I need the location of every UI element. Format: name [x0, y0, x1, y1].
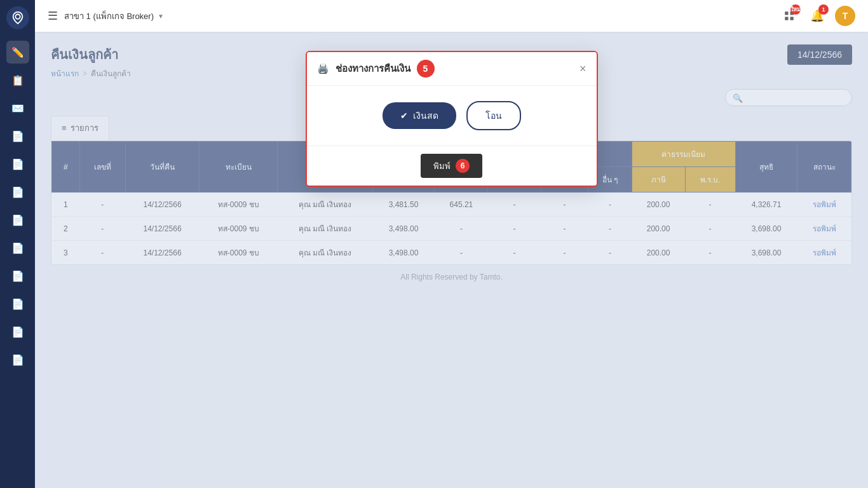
modal-overlay: 🖨️ ช่องทางการคืนเงิน 5 × ✔ เงินสด โอน: [35, 32, 868, 488]
modal-close-button[interactable]: ×: [580, 62, 587, 76]
page-area: คืนเงินลูกค้า หน้าแรก > คืนเงินลูกค้า 14…: [35, 32, 868, 488]
app-logo: [6, 6, 29, 29]
sidebar-icon-doc4[interactable]: 📄: [6, 180, 29, 203]
modal-footer: พิมพ์ 6: [307, 146, 597, 186]
print-step-badge: 6: [456, 159, 470, 173]
sidebar: ✏️ 📋 ✉️ 📄 📄 📄 📄 📄 📄 📄 📄 📄: [0, 0, 35, 488]
sidebar-icon-doc6[interactable]: 📄: [6, 236, 29, 259]
modal-step-badge: 5: [417, 60, 435, 78]
topbar: ☰ สาขา 1 (แพ็กเกจ Broker) ▼ ใหม่ 🔔 1 T: [35, 0, 868, 32]
cash-button-label: เงินสด: [413, 109, 438, 123]
svg-rect-1: [785, 11, 788, 15]
topbar-right: ใหม่ 🔔 1 T: [779, 6, 855, 26]
printer-icon: 🖨️: [317, 63, 329, 74]
menu-icon[interactable]: ☰: [48, 9, 58, 23]
svg-rect-3: [785, 17, 788, 20]
svg-point-0: [15, 15, 20, 19]
branch-name: สาขา 1 (แพ็กเกจ Broker): [64, 10, 154, 23]
sidebar-icon-edit[interactable]: ✏️: [6, 41, 29, 64]
print-button-label: พิมพ์: [433, 159, 451, 173]
new-badge: ใหม่: [790, 4, 801, 15]
modal-title: ช่องทางการคืนเงิน: [336, 61, 410, 76]
main-content: ☰ สาขา 1 (แพ็กเกจ Broker) ▼ ใหม่ 🔔 1 T: [35, 0, 868, 488]
online-button-label: โอน: [485, 111, 502, 121]
grid-icon-button[interactable]: ใหม่: [779, 6, 799, 26]
check-icon: ✔: [400, 111, 408, 121]
sidebar-icon-doc3[interactable]: 📄: [6, 152, 29, 175]
modal-body: ✔ เงินสด โอน: [307, 86, 597, 146]
sidebar-icon-doc9[interactable]: 📄: [6, 320, 29, 343]
sidebar-icon-doc10[interactable]: 📄: [6, 348, 29, 371]
modal-header: 🖨️ ช่องทางการคืนเงิน 5 ×: [307, 52, 597, 86]
sidebar-icon-doc8[interactable]: 📄: [6, 292, 29, 315]
chevron-down-icon: ▼: [158, 13, 164, 20]
user-avatar[interactable]: T: [835, 6, 855, 26]
notification-button[interactable]: 🔔 1: [807, 6, 827, 26]
payment-channel-modal: 🖨️ ช่องทางการคืนเงิน 5 × ✔ เงินสด โอน: [306, 51, 598, 187]
branch-selector[interactable]: สาขา 1 (แพ็กเกจ Broker) ▼: [64, 10, 164, 23]
sidebar-icon-doc5[interactable]: 📄: [6, 208, 29, 231]
svg-rect-4: [790, 17, 794, 20]
print-button[interactable]: พิมพ์ 6: [421, 154, 482, 178]
cash-button[interactable]: ✔ เงินสด: [383, 102, 456, 129]
sidebar-icon-doc2[interactable]: 📄: [6, 125, 29, 147]
sidebar-icon-doc7[interactable]: 📄: [6, 264, 29, 287]
modal-title-wrap: 🖨️ ช่องทางการคืนเงิน 5: [317, 60, 435, 78]
sidebar-icon-doc1[interactable]: 📋: [6, 69, 29, 92]
notification-badge: 1: [818, 4, 829, 15]
sidebar-icon-mail[interactable]: ✉️: [6, 97, 29, 119]
online-button[interactable]: โอน: [466, 101, 521, 130]
